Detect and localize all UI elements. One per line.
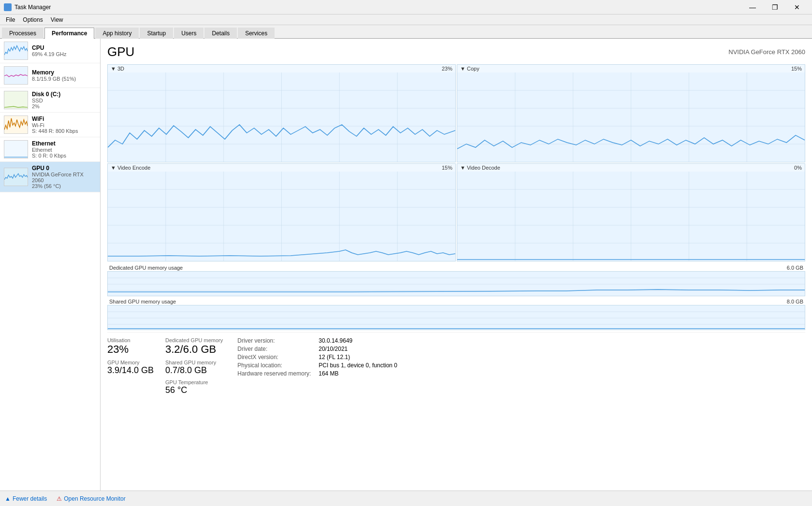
menu-file[interactable]: File <box>2 15 19 24</box>
temp-value: 56 °C <box>165 385 223 395</box>
sidebar-item-disk[interactable]: Disk 0 (C:) SSD 2% <box>0 88 100 113</box>
title-bar-controls: — ❐ ✕ <box>741 0 808 14</box>
chart-encode-percent: 15% <box>442 165 452 171</box>
gpu-header: GPU NVIDIA GeForce RTX 2060 <box>107 44 805 59</box>
shared-memory-svg <box>108 305 805 330</box>
memory-thumb <box>4 66 28 85</box>
menu-view[interactable]: View <box>47 15 67 24</box>
chart-decode-svg <box>457 172 805 261</box>
monitor-icon: ⚠ <box>57 495 62 502</box>
sidebar: CPU 69% 4.19 GHz Memory 8.1/15.9 GB (51%… <box>0 39 101 491</box>
wifi-info: WiFi Wi-Fi S: 448 R: 800 Kbps <box>32 116 96 134</box>
memory-sub: 8.1/15.9 GB (51%) <box>32 76 96 82</box>
maximize-button[interactable]: ❐ <box>764 0 786 14</box>
tab-details[interactable]: Details <box>204 28 237 39</box>
chart-3d: ▼ 3D 23% <box>107 64 456 162</box>
menu-options[interactable]: Options <box>19 15 46 24</box>
stats-section: Utilisation 23% GPU Memory 3.9/14.0 GB D… <box>107 332 805 395</box>
driver-key-2: DirectX version: <box>237 354 315 361</box>
dedicated-memory-label: Dedicated GPU memory usage <box>109 265 183 271</box>
gpu0-sub1: NVIDIA GeForce RTX 2060 <box>32 172 96 183</box>
cpu-info: CPU 69% 4.19 GHz <box>32 44 96 57</box>
ethernet-thumb <box>4 140 28 159</box>
driver-key-3: Physical location: <box>237 362 315 369</box>
bottom-bar: ▲ Fewer details ⚠ Open Resource Monitor <box>0 491 812 506</box>
sidebar-item-gpu0[interactable]: GPU 0 NVIDIA GeForce RTX 2060 23% (56 °C… <box>0 162 100 192</box>
chart-copy-header: ▼ Copy 15% <box>457 65 805 72</box>
chart-3d-percent: 23% <box>442 66 452 72</box>
chart-3d-label: ▼ 3D <box>111 66 124 72</box>
cpu-title: CPU <box>32 44 96 51</box>
sidebar-item-wifi[interactable]: WiFi Wi-Fi S: 448 R: 800 Kbps <box>0 113 100 137</box>
tab-users[interactable]: Users <box>174 28 203 39</box>
wifi-thumb <box>4 116 28 134</box>
sidebar-item-memory[interactable]: Memory 8.1/15.9 GB (51%) <box>0 63 100 88</box>
gpu-thumb <box>4 168 28 186</box>
driver-val-1: 20/10/2021 <box>319 346 348 352</box>
ethernet-sub1: Ethernet <box>32 147 96 153</box>
gpu-memory-value: 3.9/14.0 GB <box>107 365 156 376</box>
wifi-title: WiFi <box>32 116 96 122</box>
minimize-button[interactable]: — <box>741 0 764 14</box>
chart-decode-header: ▼ Video Decode 0% <box>457 164 805 172</box>
dedicated-memory-max: 6.0 GB <box>787 265 803 271</box>
tab-services[interactable]: Services <box>238 28 275 39</box>
utilisation-value: 23% <box>107 343 156 356</box>
ethernet-title: Ethernet <box>32 140 96 147</box>
gpu-title: GPU <box>107 44 134 59</box>
main-container: CPU 69% 4.19 GHz Memory 8.1/15.9 GB (51%… <box>0 39 812 491</box>
driver-val-3: PCI bus 1, device 0, function 0 <box>319 362 397 369</box>
temp-label: GPU Temperature <box>165 379 223 385</box>
app-icon <box>4 3 12 11</box>
tab-performance[interactable]: Performance <box>44 28 94 39</box>
chart-decode-percent: 0% <box>794 165 802 171</box>
driver-row-4: Hardware reserved memory: 164 MB <box>237 370 397 377</box>
shared-memory-header: Shared GPU memory usage 8.0 GB <box>107 298 805 305</box>
chart-decode-area <box>457 172 805 261</box>
chart-video-decode: ▼ Video Decode 0% <box>457 163 805 261</box>
ethernet-sub2: S: 0 R: 0 Kbps <box>32 153 96 159</box>
driver-val-4: 164 MB <box>319 370 338 377</box>
shared-memory-label: Shared GPU memory usage <box>109 299 176 304</box>
cpu-sub: 69% 4.19 GHz <box>32 51 96 57</box>
shared-memory-chart <box>107 305 805 330</box>
chart-copy-label: ▼ Copy <box>460 66 479 72</box>
dedicated-value: 3.2/6.0 GB <box>165 343 223 356</box>
fewer-details-label: Fewer details <box>13 495 47 502</box>
utilisation-label: Utilisation <box>107 337 156 343</box>
driver-key-0: Driver version: <box>237 337 315 344</box>
dedicated-memory-chart <box>107 271 805 296</box>
title-bar: Task Manager — ❐ ✕ <box>0 0 812 14</box>
ethernet-info: Ethernet Ethernet S: 0 R: 0 Kbps <box>32 140 96 159</box>
sidebar-item-ethernet[interactable]: Ethernet Ethernet S: 0 R: 0 Kbps <box>0 137 100 162</box>
fewer-details-link[interactable]: ▲ Fewer details <box>5 495 47 502</box>
chart-encode-header: ▼ Video Encode 15% <box>108 164 455 172</box>
disk-sub2: 2% <box>32 103 96 109</box>
driver-key-4: Hardware reserved memory: <box>237 370 315 377</box>
close-button[interactable]: ✕ <box>786 0 808 14</box>
charts-grid: ▼ 3D 23% <box>107 64 805 261</box>
stat-utilisation: Utilisation 23% GPU Memory 3.9/14.0 GB <box>107 337 156 395</box>
tab-processes[interactable]: Processes <box>2 28 44 39</box>
wifi-sub1: Wi-Fi <box>32 122 96 128</box>
gpu0-title: GPU 0 <box>32 165 96 172</box>
dedicated-memory-section: Dedicated GPU memory usage 6.0 GB <box>107 264 805 296</box>
driver-val-2: 12 (FL 12.1) <box>319 354 350 361</box>
menu-bar: File Options View <box>0 14 812 25</box>
chart-decode-label: ▼ Video Decode <box>460 165 500 171</box>
content-area: GPU NVIDIA GeForce RTX 2060 ▼ 3D 23% <box>101 39 812 491</box>
driver-key-1: Driver date: <box>237 346 315 352</box>
driver-row-1: Driver date: 20/10/2021 <box>237 346 397 352</box>
expand-icon: ▲ <box>5 495 11 502</box>
tab-app-history[interactable]: App history <box>95 28 139 39</box>
gpu-memory-label: GPU Memory <box>107 360 156 365</box>
shared-memory-max: 8.0 GB <box>787 299 803 304</box>
app-title: Task Manager <box>14 4 51 11</box>
dedicated-label: Dedicated GPU memory <box>165 337 223 343</box>
tab-startup[interactable]: Startup <box>140 28 173 39</box>
shared-value: 0.7/8.0 GB <box>165 365 223 376</box>
shared-label: Shared GPU memory <box>165 360 223 365</box>
sidebar-item-cpu[interactable]: CPU 69% 4.19 GHz <box>0 39 100 63</box>
shared-memory-section: Shared GPU memory usage 8.0 GB <box>107 298 805 330</box>
open-resource-monitor-link[interactable]: ⚠ Open Resource Monitor <box>57 495 125 502</box>
